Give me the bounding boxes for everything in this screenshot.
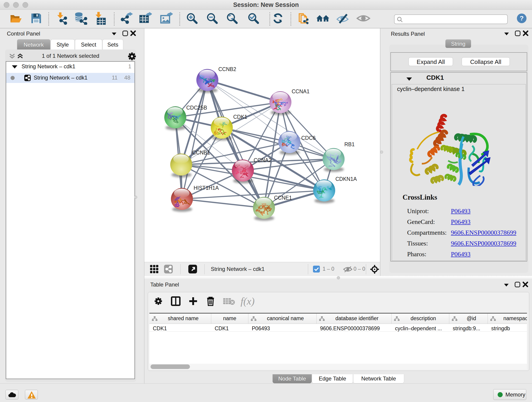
svg-text:CCNA2: CCNA2 <box>254 157 272 163</box>
svg-text:CDK1: CDK1 <box>233 114 247 120</box>
svg-text:CDC6: CDC6 <box>301 135 316 141</box>
svg-text:CDKN1A: CDKN1A <box>336 176 357 182</box>
svg-text:RB1: RB1 <box>344 141 355 147</box>
svg-text:CCNA1: CCNA1 <box>292 89 310 95</box>
svg-text:?: ? <box>520 15 524 22</box>
svg-text:CCNB2: CCNB2 <box>218 66 236 72</box>
svg-text:CDC25B: CDC25B <box>186 105 207 111</box>
svg-text:CCNE1: CCNE1 <box>274 195 292 201</box>
svg-text:CCNB1: CCNB1 <box>192 150 210 156</box>
svg-text:HIST1H1A: HIST1H1A <box>194 185 219 191</box>
